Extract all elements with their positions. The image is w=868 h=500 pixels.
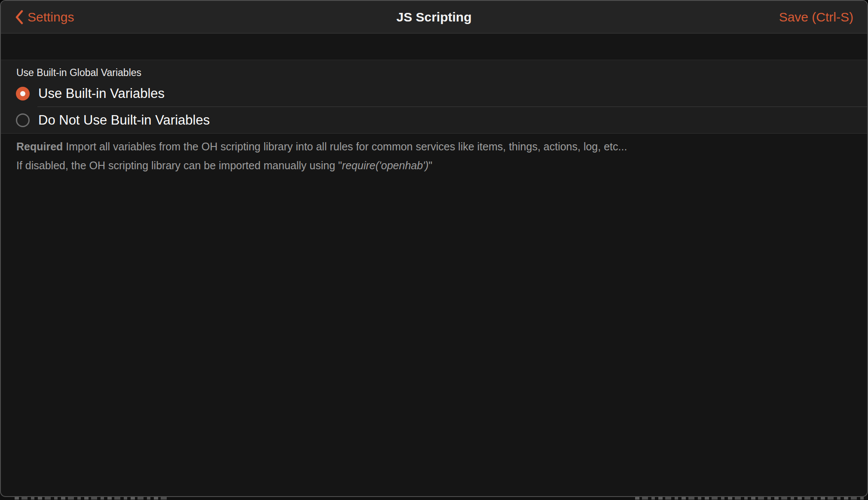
option-do-not-use-built-in-variables[interactable]: Do Not Use Built-in Variables <box>1 107 867 133</box>
js-scripting-settings-dialog: Settings JS Scripting Save (Ctrl-S) Use … <box>0 0 868 497</box>
description-line-1: Required Import all variables from the O… <box>16 137 850 156</box>
radio-option-label: Use Built-in Variables <box>38 86 165 101</box>
setting-group-label: Use Built-in Global Variables <box>1 60 867 80</box>
save-button[interactable]: Save (Ctrl-S) <box>779 10 853 24</box>
back-to-settings-button[interactable]: Settings <box>15 10 74 24</box>
underlying-window-text-sliver-left <box>15 497 169 500</box>
option-use-built-in-variables[interactable]: Use Built-in Variables <box>1 80 867 107</box>
radio-option-label: Do Not Use Built-in Variables <box>38 113 210 128</box>
radio-selected-icon <box>16 87 30 101</box>
page-title: JS Scripting <box>1 10 867 24</box>
underlying-window-text-sliver-right <box>635 497 865 500</box>
chevron-left-icon <box>15 10 24 24</box>
radio-unselected-icon <box>16 113 30 127</box>
navbar: Settings JS Scripting Save (Ctrl-S) <box>1 1 867 34</box>
setting-description: Required Import all variables from the O… <box>1 134 867 175</box>
description-line-2: If disabled, the OH scripting library ca… <box>16 156 850 175</box>
built-in-variables-setting-group: Use Built-in Global Variables Use Built-… <box>1 60 867 134</box>
required-badge-text: Required <box>16 140 63 152</box>
settings-content: Use Built-in Global Variables Use Built-… <box>1 60 867 175</box>
back-link-label: Settings <box>28 10 74 24</box>
code-snippet: require('openhab') <box>342 159 428 171</box>
